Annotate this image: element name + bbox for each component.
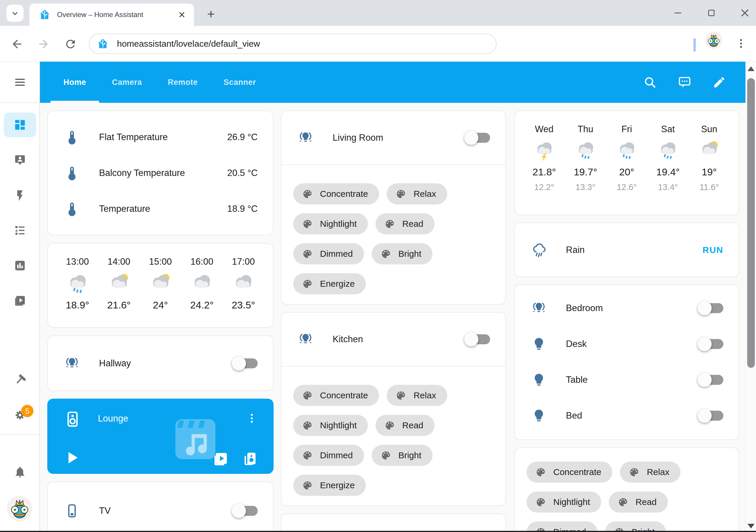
hallway-card: Hallway xyxy=(47,335,274,391)
scene-chip-concentrate[interactable]: Concentrate xyxy=(293,385,379,406)
scene-chip-read[interactable]: Read xyxy=(375,213,435,234)
living-room-toggle[interactable] xyxy=(464,131,490,145)
media-menu-kebab-icon[interactable] xyxy=(246,409,258,428)
tab-home[interactable]: Home xyxy=(50,62,99,103)
entity-row-balcony-temperature[interactable]: Balcony Temperature 20.5 °C xyxy=(48,155,273,191)
forecast-high: 19° xyxy=(702,166,716,178)
lightbulb-icon xyxy=(531,408,547,423)
scene-chip-read[interactable]: Read xyxy=(609,492,668,513)
scrollbar-up-arrow[interactable] xyxy=(747,66,755,71)
entity-row-kitchen[interactable]: Kitchen xyxy=(282,312,505,366)
partial-card xyxy=(281,514,506,532)
sidebar-item-devtools-hammer-icon[interactable] xyxy=(14,373,26,386)
scene-chip-relax[interactable]: Relax xyxy=(387,183,447,204)
scene-chip-energize[interactable]: Energize xyxy=(293,475,366,496)
kitchen-toggle[interactable] xyxy=(464,332,490,346)
window-controls xyxy=(669,4,754,22)
new-tab-button[interactable] xyxy=(203,7,219,22)
sidebar-item-media-play-box-icon[interactable] xyxy=(14,294,26,307)
living-room-scenes: Concentrate Relax Nightlight Read Dimmed… xyxy=(282,165,505,305)
entity-row-hallway[interactable]: Hallway xyxy=(48,345,273,381)
back-button[interactable] xyxy=(11,38,23,50)
entity-row-flat-temperature[interactable]: Flat Temperature 26.9 °C xyxy=(48,119,273,155)
tab-remote[interactable]: Remote xyxy=(155,62,211,103)
forecast-temp: 24.2° xyxy=(190,299,214,311)
browser-menu-kebab-icon[interactable] xyxy=(735,35,747,52)
scene-chip-relax[interactable]: Relax xyxy=(620,462,681,483)
scene-chip-relax[interactable]: Relax xyxy=(387,385,447,406)
scene-chip-dimmed[interactable]: Dimmed xyxy=(526,521,597,532)
desk-toggle[interactable] xyxy=(697,337,723,351)
scene-chip-concentrate[interactable]: Concentrate xyxy=(526,462,612,483)
close-window-button[interactable] xyxy=(736,4,754,22)
scrollbar-down-arrow[interactable] xyxy=(747,524,755,528)
entity-row-table[interactable]: Table xyxy=(515,362,739,398)
play-button[interactable] xyxy=(63,449,81,467)
run-button[interactable]: RUN xyxy=(703,245,723,255)
maximize-button[interactable] xyxy=(703,4,720,22)
extension-icon[interactable] xyxy=(693,38,696,52)
search-icon[interactable] xyxy=(643,75,657,89)
entity-row-desk[interactable]: Desk xyxy=(515,326,739,362)
hourly-forecast-card[interactable]: 13:00 18.9° 14:00 21.6° 15:00 24° 16:00 xyxy=(47,243,274,328)
scene-chip-bright[interactable]: Bright xyxy=(372,243,433,264)
entity-row-bed[interactable]: Bed xyxy=(515,398,739,434)
browser-profile-avatar[interactable] xyxy=(705,32,722,49)
scrollbar-thumb[interactable] xyxy=(747,78,755,368)
scene-chip-dimmed[interactable]: Dimmed xyxy=(293,243,364,264)
hallway-toggle[interactable] xyxy=(232,356,258,370)
scene-chip-bright[interactable]: Bright xyxy=(372,445,433,466)
browser-tab[interactable]: Overview – Home Assistant xyxy=(29,4,194,26)
scene-chip-nightlight[interactable]: Nightlight xyxy=(526,492,601,513)
settings-notification-badge: 5 xyxy=(21,405,34,417)
tab-camera[interactable]: Camera xyxy=(99,62,155,103)
notifications-bell-icon[interactable] xyxy=(14,466,26,479)
entity-label: TV xyxy=(99,506,111,516)
sidebar-item-map-person-badge-icon[interactable] xyxy=(14,154,26,167)
thermometer-icon xyxy=(64,130,80,145)
bed-toggle[interactable] xyxy=(697,409,723,423)
browse-media-play-box-icon[interactable] xyxy=(212,451,229,467)
entity-row-temperature[interactable]: Temperature 18.9 °C xyxy=(48,191,273,227)
chat-icon[interactable] xyxy=(678,75,691,89)
scene-chip-dimmed[interactable]: Dimmed xyxy=(293,445,364,466)
scene-chip-read[interactable]: Read xyxy=(375,415,435,436)
entity-row-bedroom[interactable]: Bedroom xyxy=(515,290,739,326)
sidebar-item-logbook-list-icon[interactable] xyxy=(14,225,26,237)
forecast-low: 12.6° xyxy=(617,182,637,192)
forecast-low: 12.2° xyxy=(534,182,554,192)
url-bar[interactable]: homeassistant/lovelace/default_view xyxy=(89,34,497,54)
scene-chip-nightlight[interactable]: Nightlight xyxy=(293,415,368,436)
forecast-temp: 18.9° xyxy=(66,299,89,311)
tab-close-icon[interactable] xyxy=(177,10,186,19)
edit-pencil-icon[interactable] xyxy=(713,75,726,89)
lounge-media-player-card[interactable]: Lounge xyxy=(47,399,274,474)
entity-row-tv[interactable]: TV xyxy=(48,493,273,529)
forward-button[interactable] xyxy=(37,38,50,50)
sidebar-item-overview-dashboard-icon[interactable] xyxy=(14,119,26,131)
lightbulb-icon xyxy=(531,372,547,387)
scene-chip-nightlight[interactable]: Nightlight xyxy=(293,213,368,234)
daily-forecast-card[interactable]: Wed 21.8° 12.2° Thu 19.7° 13.3° Fri 20° … xyxy=(514,111,739,215)
entity-row-living-room[interactable]: Living Room xyxy=(282,111,505,165)
scene-chip-bright[interactable]: Bright xyxy=(605,521,666,532)
hamburger-menu-icon[interactable] xyxy=(14,76,26,89)
tab-scanner[interactable]: Scanner xyxy=(211,62,269,103)
sidebar-item-energy-lightning-icon[interactable] xyxy=(14,189,26,202)
page-scrollbar[interactable] xyxy=(745,62,756,532)
bedroom-toggle[interactable] xyxy=(697,301,723,315)
tv-toggle[interactable] xyxy=(232,504,258,518)
sidebar-item-history-chart-icon[interactable] xyxy=(14,259,26,272)
reload-button[interactable] xyxy=(64,38,77,50)
scene-chip-energize[interactable]: Energize xyxy=(293,273,366,294)
table-toggle[interactable] xyxy=(697,373,723,387)
minimize-button[interactable] xyxy=(669,4,687,22)
speaker-group-icon[interactable] xyxy=(242,451,258,467)
scene-chip-concentrate[interactable]: Concentrate xyxy=(293,183,379,204)
tv-card: TV xyxy=(47,482,274,532)
forecast-high: 19.4° xyxy=(656,166,680,178)
entity-row-rain[interactable]: Rain RUN xyxy=(515,223,739,277)
tab-search-chevron-button[interactable] xyxy=(7,5,23,22)
forecast-day: Sun xyxy=(701,124,717,135)
user-avatar[interactable] xyxy=(7,496,32,521)
